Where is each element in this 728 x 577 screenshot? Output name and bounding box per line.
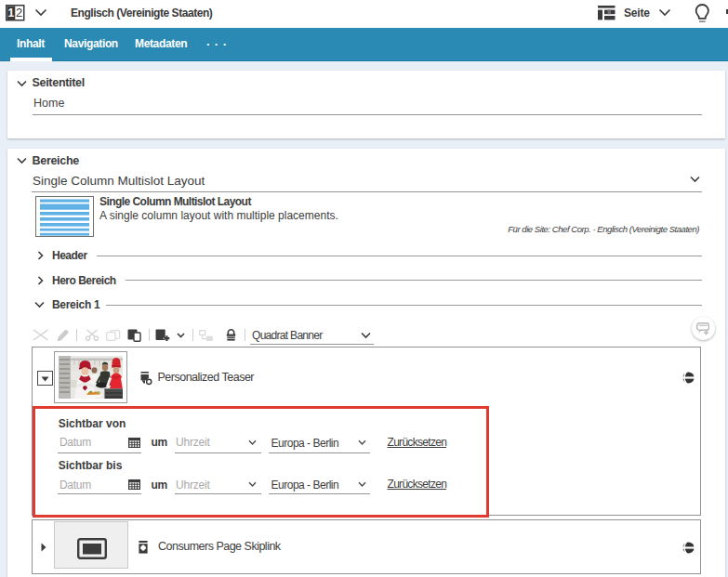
svg-text:1: 1	[8, 7, 15, 20]
svg-text:2: 2	[16, 6, 22, 20]
